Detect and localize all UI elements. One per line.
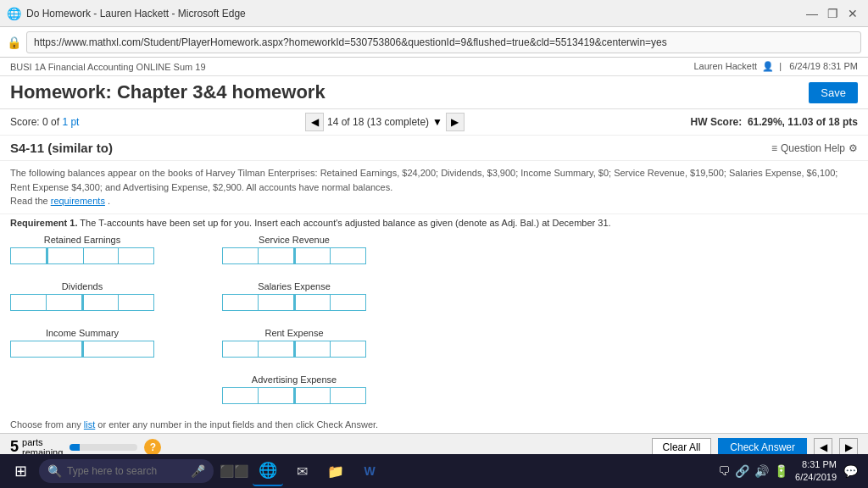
hw-title-bar: Homework: Chapter 3&4 homework Save [0, 76, 868, 109]
problem-description: The following balances appear on the boo… [0, 161, 868, 214]
rent-expense-field-4[interactable] [331, 341, 365, 357]
hw-score-label: HW Score: [691, 116, 743, 128]
address-input[interactable] [26, 31, 861, 53]
t-accounts-row-4: Advertising Expense [222, 374, 858, 404]
close-button[interactable]: ✕ [844, 5, 861, 22]
dividends-field-3[interactable] [84, 295, 120, 310]
taskbar: ⊞ 🔍 🎤 ⬛⬛ 🌐 ✉ 📁 W 🗨 🔗 🔊 🔋 8:31 PM [0, 454, 868, 461]
instruction-text: Choose from any [10, 419, 84, 430]
service-revenue-field-4[interactable] [331, 248, 365, 263]
rent-expense-label: Rent Expense [264, 328, 323, 338]
save-button[interactable]: Save [809, 82, 858, 103]
datetime: 6/24/19 8:31 PM [789, 61, 858, 71]
service-revenue-fields [222, 247, 366, 264]
browser-content: BUSI 1A Financial Accounting ONLINE Sum … [0, 58, 868, 461]
rent-expense-fields [222, 341, 366, 358]
salaries-expense-field-1[interactable] [223, 295, 259, 310]
dividends-fields [10, 294, 154, 311]
income-summary-label: Income Summary [46, 328, 119, 338]
t-account-dividends: Dividends [10, 281, 154, 311]
advertising-expense-field-1[interactable] [223, 388, 259, 403]
advertising-expense-field-4[interactable] [331, 388, 365, 403]
rent-expense-field-1[interactable] [223, 341, 259, 357]
salaries-expense-field-3[interactable] [296, 295, 331, 310]
income-summary-field-1[interactable] [11, 341, 82, 357]
salaries-expense-field-4[interactable] [331, 295, 365, 310]
taskbar-task-view[interactable]: ⬛⬛ [219, 456, 249, 461]
income-summary-fields [10, 341, 154, 358]
requirements-link[interactable]: requirements [51, 196, 105, 206]
taskbar-right: 🗨 🔗 🔊 🔋 8:31 PM 6/24/2019 💬 [718, 458, 865, 461]
period: . [108, 196, 110, 206]
title-bar: 🌐 Do Homework - Lauren Hackett - Microso… [0, 0, 868, 27]
t-account-rent-expense: Rent Expense [222, 328, 366, 358]
question-help-label: Question Help [781, 142, 845, 154]
service-revenue-field-2[interactable] [259, 248, 294, 263]
taskbar-mail-app[interactable]: ✉ [287, 456, 317, 461]
taskbar-word-app[interactable]: W [354, 456, 385, 461]
taskbar-apps: ⬛⬛ 🌐 ✉ 📁 W [219, 456, 385, 461]
taskbar-search-bar[interactable]: 🔍 🎤 [39, 459, 214, 461]
hw-score-value: 61.29%, 11.03 of 18 pts [748, 116, 858, 128]
advertising-expense-field-3[interactable] [296, 388, 331, 403]
title-bar-controls: — ❐ ✕ [804, 5, 861, 22]
t-accounts-row-2: Dividends Salaries Expense [10, 281, 858, 311]
address-bar: 🔒 [0, 27, 868, 58]
question-title-row: S4-11 (similar to) ≡ Question Help ⚙ [0, 136, 868, 161]
bottom-area: Choose from any list or enter any number… [0, 416, 868, 433]
read-label: Read the [10, 196, 48, 206]
browser-icon: 🌐 [7, 7, 21, 20]
list-link[interactable]: list [84, 419, 95, 430]
dividends-field-4[interactable] [119, 295, 153, 310]
retained-earnings-field-3[interactable] [84, 248, 120, 263]
advertising-expense-field-2[interactable] [259, 388, 294, 403]
dividends-field-1[interactable] [11, 295, 47, 310]
start-button[interactable]: ⊞ [3, 456, 37, 461]
retained-earnings-field-2[interactable] [48, 248, 84, 263]
t-account-salaries-expense: Salaries Expense [222, 281, 366, 311]
score-left: Score: 0 of 1 pt [10, 116, 79, 128]
page-area: Homework: Chapter 3&4 homework Save Scor… [0, 76, 868, 461]
retained-earnings-field-1[interactable] [11, 248, 47, 263]
instruction-text-2: or enter any number in the input fields … [97, 419, 378, 430]
rent-expense-field-3[interactable] [296, 341, 331, 357]
advertising-expense-fields [222, 387, 366, 404]
service-revenue-field-1[interactable] [223, 248, 259, 263]
maximize-button[interactable]: ❐ [824, 5, 841, 22]
nav-next-button[interactable]: ▶ [446, 113, 465, 131]
service-revenue-label: Service Revenue [259, 235, 330, 245]
minimize-button[interactable]: — [804, 5, 821, 22]
salaries-expense-field-2[interactable] [259, 295, 294, 310]
title-bar-title: Do Homework - Lauren Hackett - Microsoft… [26, 8, 246, 19]
income-summary-field-2[interactable] [84, 341, 154, 357]
score-pts-link[interactable]: 1 pt [62, 116, 79, 128]
retained-earnings-field-4[interactable] [119, 248, 153, 263]
t-accounts-row-3: Income Summary Rent Expense [10, 328, 858, 358]
taskbar-edge-app[interactable]: 🌐 [253, 456, 283, 461]
t-accounts-area: Retained Earnings Service Revenue [0, 230, 868, 416]
help-circle-icon[interactable]: ? [144, 439, 161, 456]
dividends-field-2[interactable] [47, 295, 82, 310]
parts-word: parts [22, 437, 42, 447]
lock-icon: 🔒 [7, 36, 21, 49]
retained-earnings-fields [10, 247, 154, 264]
course-name: BUSI 1A Financial Accounting ONLINE Sum … [10, 62, 206, 72]
user-name: Lauren Hackett [693, 61, 757, 71]
advertising-expense-label: Advertising Expense [252, 374, 337, 385]
nav-current: 14 of 18 (13 complete) [327, 116, 429, 128]
progress-bar [70, 444, 137, 451]
homework-title: Homework: Chapter 3&4 homework [10, 81, 326, 103]
requirement-label: Requirement 1. [10, 218, 77, 228]
t-account-advertising-expense: Advertising Expense [222, 374, 366, 404]
service-revenue-field-3[interactable] [296, 248, 331, 263]
nav-prev-button[interactable]: ◀ [305, 113, 324, 131]
question-help[interactable]: ≡ Question Help ⚙ [771, 142, 858, 154]
parts-number: 5 [10, 438, 19, 456]
nav-controls: ◀ 14 of 18 (13 complete) ▼ ▶ [305, 113, 465, 131]
salaries-expense-fields [222, 294, 366, 311]
rent-expense-field-2[interactable] [259, 341, 294, 357]
t-account-service-revenue: Service Revenue [222, 235, 366, 264]
question-help-icon: ≡ [771, 142, 777, 154]
score-value: 0 [42, 116, 48, 128]
taskbar-explorer-app[interactable]: 📁 [320, 456, 351, 461]
